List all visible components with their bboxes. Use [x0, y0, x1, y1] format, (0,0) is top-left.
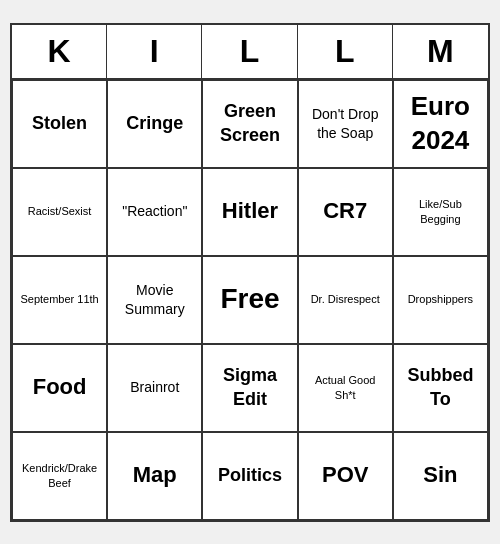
- bingo-cell-9: Like/Sub Begging: [393, 168, 488, 256]
- bingo-cell-7: Hitler: [202, 168, 297, 256]
- header-l2: L: [298, 25, 393, 78]
- bingo-header: K I L L M: [12, 25, 488, 80]
- bingo-cell-16: Brainrot: [107, 344, 202, 432]
- bingo-cell-12: Free: [202, 256, 297, 344]
- bingo-cell-24: Sin: [393, 432, 488, 520]
- bingo-cell-14: Dropshippers: [393, 256, 488, 344]
- bingo-cell-3: Don't Drop the Soap: [298, 80, 393, 168]
- header-m: M: [393, 25, 488, 78]
- bingo-grid: StolenCringeGreen ScreenDon't Drop the S…: [12, 80, 488, 520]
- bingo-cell-20: Kendrick/Drake Beef: [12, 432, 107, 520]
- bingo-cell-18: Actual Good Sh*t: [298, 344, 393, 432]
- header-k: K: [12, 25, 107, 78]
- bingo-cell-15: Food: [12, 344, 107, 432]
- bingo-card: K I L L M StolenCringeGreen ScreenDon't …: [10, 23, 490, 522]
- bingo-cell-5: Racist/Sexist: [12, 168, 107, 256]
- bingo-cell-0: Stolen: [12, 80, 107, 168]
- bingo-cell-1: Cringe: [107, 80, 202, 168]
- bingo-cell-8: CR7: [298, 168, 393, 256]
- bingo-cell-13: Dr. Disrespect: [298, 256, 393, 344]
- bingo-cell-2: Green Screen: [202, 80, 297, 168]
- bingo-cell-23: POV: [298, 432, 393, 520]
- bingo-cell-6: "Reaction": [107, 168, 202, 256]
- bingo-cell-21: Map: [107, 432, 202, 520]
- bingo-cell-4: Euro 2024: [393, 80, 488, 168]
- bingo-cell-22: Politics: [202, 432, 297, 520]
- bingo-cell-10: September 11th: [12, 256, 107, 344]
- bingo-cell-19: Subbed To: [393, 344, 488, 432]
- header-l1: L: [202, 25, 297, 78]
- bingo-cell-17: Sigma Edit: [202, 344, 297, 432]
- bingo-cell-11: Movie Summary: [107, 256, 202, 344]
- header-i: I: [107, 25, 202, 78]
